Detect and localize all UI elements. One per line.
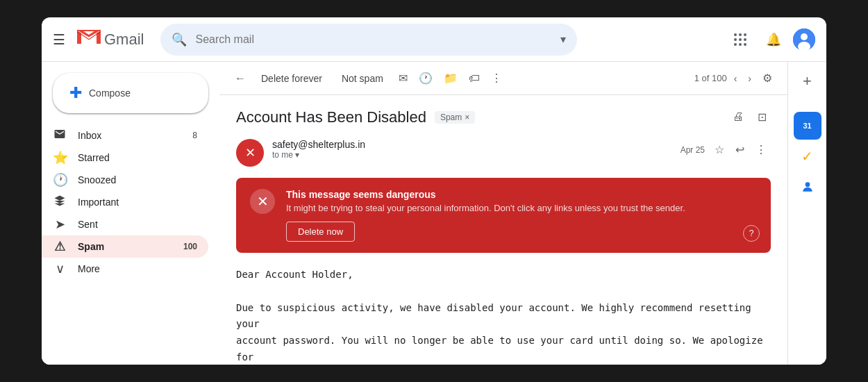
svg-point-9 (744, 43, 746, 46)
important-label: Important (78, 197, 197, 208)
email-subject: Account Has Been Disabled (236, 108, 426, 126)
danger-title: This message seems dangerous (286, 189, 757, 200)
search-input[interactable] (195, 33, 552, 46)
topbar: ☰ Gmail 🔍 ▾ (42, 17, 826, 62)
email-date: Apr 25 (681, 145, 705, 155)
svg-point-13 (805, 182, 810, 187)
svg-point-4 (734, 38, 737, 41)
sender-info: safety@shelterplus.in to me ▾ (272, 139, 672, 160)
starred-icon: ⭐ (53, 150, 67, 165)
pagination: 1 of 100 ‹ › (694, 69, 756, 88)
gmail-m-logo (76, 27, 101, 51)
spam-badge-label: Spam (440, 113, 462, 122)
inbox-count: 8 (192, 131, 197, 140)
more-label: More (78, 263, 197, 274)
spam-badge-close[interactable]: × (465, 113, 469, 122)
sent-label: Sent (78, 219, 197, 230)
notification-icon[interactable]: 🔔 (760, 26, 787, 53)
sidebar-item-more[interactable]: ∨ More (42, 258, 208, 280)
spam-count: 100 (183, 242, 197, 251)
snoozed-label: Snoozed (78, 174, 197, 185)
gmail-layout: ✚ Compose Inbox 8 ⭐ Starred 🕐 Snoozed (42, 62, 826, 365)
popout-icon[interactable]: ⊡ (753, 106, 771, 128)
search-dropdown-icon[interactable]: ▾ (560, 33, 566, 46)
sidebar-item-snoozed[interactable]: 🕐 Snoozed (42, 169, 208, 191)
svg-point-3 (744, 33, 746, 36)
compose-plus-icon: ✚ (69, 84, 82, 102)
sidebar-item-important[interactable]: Important (42, 191, 208, 213)
more-chevron-icon: ∨ (53, 261, 67, 276)
sender-to[interactable]: to me ▾ (272, 150, 672, 160)
sender-chevron-icon[interactable]: ▾ (295, 150, 299, 160)
email-body: Dear Account Holder, Due to suspicious a… (236, 267, 771, 365)
delete-now-button[interactable]: Delete now (286, 222, 355, 242)
email-more-icon[interactable]: ⋮ (751, 139, 771, 160)
svg-point-7 (734, 43, 737, 46)
danger-help-icon[interactable]: ? (743, 225, 760, 242)
sent-icon: ➤ (53, 217, 67, 232)
sender-avatar: ✕ (236, 139, 264, 167)
snooze-icon[interactable]: 🕐 (415, 67, 437, 89)
gmail-text: Gmail (104, 31, 144, 49)
email-greeting: Dear Account Holder, (236, 267, 771, 283)
danger-text: This message seems dangerous It might be… (286, 189, 757, 242)
search-bar[interactable]: 🔍 ▾ (160, 24, 577, 56)
snoozed-icon: 🕐 (53, 172, 67, 188)
spam-icon: ⚠ (53, 239, 67, 254)
sender-email: safety@shelterplus.in (272, 139, 672, 150)
email-icon[interactable]: ✉ (394, 67, 412, 89)
print-icon[interactable]: 🖨 (728, 106, 748, 128)
spam-label: Spam (78, 241, 172, 252)
email-paragraph-2: account password. You will no longer be … (236, 333, 771, 365)
compose-button[interactable]: ✚ Compose (53, 73, 208, 113)
delete-forever-button[interactable]: Delete forever (253, 69, 331, 88)
browser-window: ☰ Gmail 🔍 ▾ (42, 17, 826, 365)
important-icon (53, 194, 67, 210)
email-header: ✕ safety@shelterplus.in to me ▾ Apr 25 ☆… (236, 139, 771, 167)
right-panel-calendar-icon[interactable]: 31 (794, 112, 821, 140)
danger-banner: ✕ This message seems dangerous It might … (236, 178, 771, 253)
right-panel-plus-icon[interactable]: + (794, 67, 821, 95)
starred-label: Starred (78, 152, 197, 163)
email-subject-row: Account Has Been Disabled Spam × 🖨 ⊡ (236, 106, 771, 128)
main-content: ← Delete forever Not spam ✉ 🕐 📁 🏷 ⋮ 1 of… (219, 62, 787, 365)
sidebar-item-sent[interactable]: ➤ Sent (42, 213, 208, 235)
apps-icon[interactable] (726, 26, 754, 53)
hamburger-icon[interactable]: ☰ (53, 31, 65, 48)
pagination-text: 1 of 100 (694, 73, 727, 83)
archive-icon[interactable]: 📁 (440, 67, 462, 89)
more-actions-icon[interactable]: ⋮ (487, 67, 506, 89)
svg-point-8 (739, 43, 742, 46)
sidebar-item-starred[interactable]: ⭐ Starred (42, 147, 208, 169)
svg-point-2 (739, 33, 742, 36)
star-icon[interactable]: ☆ (710, 139, 728, 160)
compose-label: Compose (89, 88, 131, 99)
sidebar-item-inbox[interactable]: Inbox 8 (42, 124, 208, 147)
not-spam-button[interactable]: Not spam (333, 69, 392, 88)
email-toolbar: ← Delete forever Not spam ✉ 🕐 📁 🏷 ⋮ 1 of… (219, 62, 787, 95)
svg-point-5 (739, 38, 742, 41)
email-actions: ☆ ↩ ⋮ (710, 139, 771, 160)
gmail-logo: Gmail (76, 27, 144, 51)
right-panel: + 31 ✓ (787, 62, 826, 365)
topbar-right: 🔔 (726, 26, 815, 53)
right-panel-tasks-icon[interactable]: ✓ (794, 142, 821, 170)
email-view: Account Has Been Disabled Spam × 🖨 ⊡ ✕ s… (219, 95, 787, 365)
sidebar-item-spam[interactable]: ⚠ Spam 100 (42, 235, 208, 258)
settings-icon[interactable]: ⚙ (758, 67, 776, 89)
svg-point-6 (744, 38, 746, 41)
avatar[interactable] (793, 28, 815, 51)
back-icon[interactable]: ← (231, 68, 250, 89)
reply-icon[interactable]: ↩ (731, 139, 749, 160)
svg-point-11 (801, 33, 808, 40)
spam-badge: Spam × (435, 111, 475, 124)
prev-email-icon[interactable]: ‹ (730, 69, 742, 88)
danger-icon: ✕ (250, 189, 275, 214)
svg-point-1 (734, 33, 737, 36)
inbox-icon (53, 128, 67, 144)
inbox-label: Inbox (78, 130, 181, 141)
right-panel-contacts-icon[interactable] (794, 173, 821, 201)
email-paragraph-1: Due to suspicious activity, we have disa… (236, 300, 771, 333)
label-icon[interactable]: 🏷 (465, 68, 484, 89)
next-email-icon[interactable]: › (744, 69, 756, 88)
